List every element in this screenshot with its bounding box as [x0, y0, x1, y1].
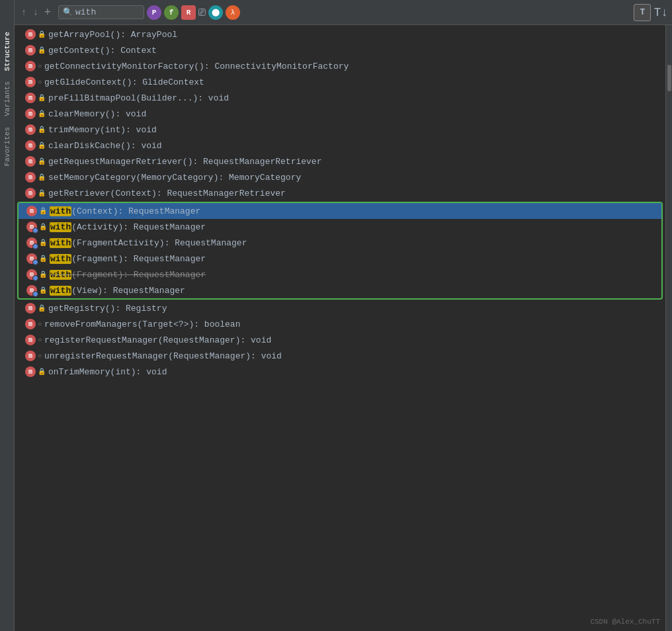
lock-icon: 🔒: [38, 304, 46, 312]
filter-p-button[interactable]: P: [147, 5, 161, 20]
badge-m: m: [25, 319, 36, 329]
list-item[interactable]: m 🔒 clearDiskCache(): void: [15, 138, 665, 153]
with-item-activity[interactable]: m 🔒 with(Activity): RequestManager: [19, 219, 661, 235]
lock-icon: 🔒: [38, 142, 46, 149]
list-item[interactable]: m 🔒 preFillBitmapPool(Builder...): void: [15, 90, 665, 106]
badge-m: m: [25, 140, 36, 151]
lock-icon: 🔒: [39, 207, 47, 215]
lock-icon: 🔒: [38, 173, 46, 181]
list-item[interactable]: m ○ unregisterRequestManager(RequestMana…: [15, 348, 665, 364]
filter-T-button[interactable]: T: [634, 4, 651, 21]
item-text-strikethrough: with(Fragment): RequestManager: [50, 270, 206, 280]
structure-list-container: m 🔒 getArrayPool(): ArrayPool m 🔒 getCon…: [15, 25, 672, 631]
search-box: 🔍: [58, 5, 144, 19]
item-text: getArrayPool(): ArrayPool: [48, 30, 177, 40]
filter-funnel-button[interactable]: ⎚: [198, 6, 206, 19]
sidebar-item-structure[interactable]: Structure: [2, 26, 13, 76]
lock-icon: 🔒: [39, 255, 47, 263]
badge-m: m: [25, 303, 36, 314]
structure-list[interactable]: m 🔒 getArrayPool(): ArrayPool m 🔒 getCon…: [15, 25, 665, 631]
list-item[interactable]: m 🔒 getRegistry(): Registry: [15, 300, 665, 316]
search-icon: 🔍: [63, 7, 73, 17]
badge-m: m: [26, 206, 37, 216]
badge-m: m: [25, 351, 36, 361]
circle-icon: ○: [38, 353, 42, 360]
item-text: getContext(): Context: [48, 46, 157, 56]
right-scrollbar[interactable]: [665, 25, 672, 631]
filter-lambda-button[interactable]: λ: [226, 5, 240, 20]
lock-icon: 🔒: [38, 126, 46, 134]
filter-circle-button[interactable]: ⬤: [208, 5, 223, 20]
lock-icon: 🔒: [39, 271, 47, 278]
list-item[interactable]: m ○ getGlideContext(): GlideContext: [15, 74, 665, 90]
with-item-fragment[interactable]: m 🔒 with(Fragment): RequestManager: [19, 251, 661, 267]
highlight-with: with: [50, 222, 71, 232]
with-item-fragmentactivity[interactable]: m 🔒 with(FragmentActivity): RequestManag…: [19, 235, 661, 251]
item-text: preFillBitmapPool(Builder...): void: [48, 93, 229, 103]
lock-icon: 🔒: [39, 286, 47, 294]
item-text: with(View): RequestManager: [50, 286, 185, 296]
item-text: getRequestManagerRetriever(): RequestMan…: [48, 157, 321, 167]
item-text: getConnectivityMonitorFactory(): Connect…: [44, 62, 349, 71]
list-item[interactable]: m 🔒 getArrayPool(): ArrayPool: [15, 26, 665, 42]
with-item-selected[interactable]: m 🔒 with(Context): RequestManager: [19, 203, 661, 219]
list-item[interactable]: m 🔒 getRequestManagerRetriever(): Reques…: [15, 153, 665, 169]
with-item-fragment-deprecated[interactable]: m 🔒 with(Fragment): RequestManager: [19, 267, 661, 282]
lock-icon-red: 🔒: [38, 189, 46, 197]
nav-down-button[interactable]: ↑: [30, 7, 41, 18]
badge-m-blue: m: [26, 237, 37, 248]
badge-m-blue: m: [26, 253, 37, 264]
item-text: registerRequestManager(RequestManager): …: [44, 335, 271, 345]
list-item[interactable]: m ○ removeFromManagers(Target<?>): boole…: [15, 316, 665, 332]
circle-icon: ○: [38, 79, 42, 86]
item-text: getRetriever(Context): RequestManagerRet…: [48, 189, 286, 198]
list-item[interactable]: m 🔒 getRetriever(Context): RequestManage…: [15, 185, 665, 201]
highlight-with: with: [50, 254, 71, 264]
lock-icon: 🔒: [38, 368, 46, 376]
left-tabs: Structure Variants Favorites: [0, 0, 15, 631]
badge-m: m: [25, 156, 36, 167]
item-text: trimMemory(int): void: [48, 125, 157, 135]
nav-up-button[interactable]: ↑: [19, 7, 29, 18]
item-text: onTrimMemory(int): void: [48, 367, 167, 377]
item-text: getRegistry(): Registry: [48, 304, 167, 314]
lock-icon: 🔒: [39, 223, 47, 231]
badge-m: m: [25, 29, 36, 40]
badge-m-blue: m: [26, 269, 37, 280]
filter-r-button[interactable]: R: [181, 5, 196, 20]
filter-T-down-button[interactable]: T↓: [653, 6, 668, 19]
badge-m: m: [25, 93, 36, 103]
sidebar-item-favorites[interactable]: Favorites: [2, 122, 13, 171]
badge-m: m: [25, 335, 36, 345]
nav-add-button[interactable]: +: [42, 7, 53, 18]
lock-icon: 🔒: [38, 110, 46, 118]
filter-f-button[interactable]: f: [164, 5, 179, 20]
watermark: CSDN @Alex_ChuTT: [590, 618, 660, 626]
search-input[interactable]: [75, 7, 128, 17]
list-item[interactable]: m 🔒 getContext(): Context: [15, 42, 665, 58]
lock-icon: 🔒: [38, 94, 46, 102]
with-group: m 🔒 with(Context): RequestManager m 🔒 wi…: [17, 202, 663, 300]
circle-icon: ○: [38, 321, 42, 328]
list-item[interactable]: m 🔒 onTrimMemory(int): void: [15, 364, 665, 380]
badge-m: m: [25, 172, 36, 183]
badge-m: m: [25, 366, 36, 377]
main-content: ↑ ↑ + 🔍 P f R ⎚ ⬤ λ T T↓ m 🔒 getArrayPoo…: [15, 0, 672, 631]
list-item[interactable]: m 🔒 clearMemory(): void: [15, 106, 665, 122]
highlight-with: with: [50, 206, 71, 216]
list-item[interactable]: m 🔒 setMemoryCategory(MemoryCategory): M…: [15, 169, 665, 185]
lock-icon: 🔒: [39, 239, 47, 247]
item-text: clearDiskCache(): void: [48, 141, 162, 151]
item-text: getGlideContext(): GlideContext: [44, 77, 204, 87]
list-item[interactable]: m 🔒 trimMemory(int): void: [15, 122, 665, 138]
item-text: setMemoryCategory(MemoryCategory): Memor…: [48, 173, 301, 183]
list-item[interactable]: m ○ getConnectivityMonitorFactory(): Con…: [15, 58, 665, 74]
item-text: with(FragmentActivity): RequestManager: [50, 238, 247, 248]
item-text: clearMemory(): void: [48, 109, 146, 119]
sidebar-item-variants[interactable]: Variants: [2, 76, 13, 122]
with-item-view[interactable]: m 🔒 with(View): RequestManager: [19, 282, 661, 298]
list-item[interactable]: m ○ registerRequestManager(RequestManage…: [15, 332, 665, 348]
badge-m: m: [25, 61, 36, 71]
lock-icon: 🔒: [38, 46, 46, 54]
scroll-thumb[interactable]: [667, 65, 671, 91]
